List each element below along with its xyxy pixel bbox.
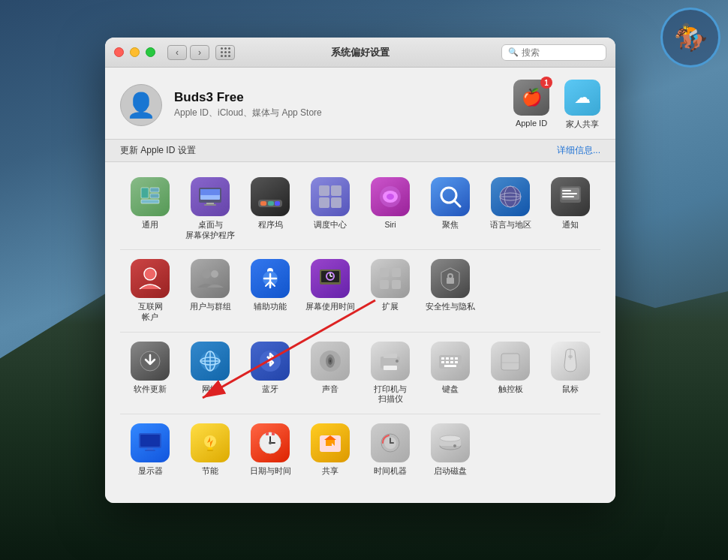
- svg-point-31: [144, 268, 156, 280]
- app-icon-item-0-1[interactable]: 桌面与 屏幕保护程序: [180, 174, 240, 243]
- svg-rect-15: [319, 197, 329, 208]
- app-icon-label-1-1: 用户与群组: [190, 302, 231, 312]
- svg-rect-3: [141, 200, 159, 203]
- app-icon-item-3-4[interactable]: 时间机器: [360, 420, 420, 480]
- app-icon-item-2-4[interactable]: 打印机与 扫描仪: [360, 339, 420, 408]
- search-icon: 🔍: [508, 47, 519, 57]
- apple-id-button[interactable]: 🍎 1 Apple ID: [513, 80, 549, 128]
- svg-rect-30: [562, 196, 574, 197]
- app-icon-item-1-3[interactable]: 屏幕使用时间: [300, 256, 360, 325]
- update-text: 更新 Apple ID 设置: [120, 144, 196, 157]
- app-icon-label-0-5: 聚焦: [442, 220, 459, 230]
- app-icon-item-2-0[interactable]: 软件更新: [120, 339, 180, 408]
- profile-section: 👤 Buds3 Free Apple ID、iCloud、媒体与 App Sto…: [105, 68, 615, 139]
- svg-rect-8: [204, 204, 216, 206]
- icon-row-2: 软件更新网络蓝牙声音打印机与 扫描仪键盘触控板鼠标: [120, 339, 600, 414]
- app-icon-item-1-5[interactable]: 安全性与隐私: [420, 256, 480, 325]
- svg-rect-70: [455, 357, 458, 360]
- svg-rect-48: [392, 280, 401, 289]
- svg-rect-46: [392, 268, 401, 277]
- svg-line-21: [454, 200, 460, 206]
- details-link[interactable]: 详细信息...: [557, 144, 600, 157]
- grid-view-button[interactable]: [215, 45, 235, 60]
- search-box[interactable]: 🔍: [501, 44, 606, 61]
- app-icon-item-0-0[interactable]: 通用: [120, 174, 180, 243]
- app-icon-item-3-5[interactable]: 启动磁盘: [420, 420, 480, 480]
- back-button[interactable]: ‹: [167, 45, 187, 60]
- app-icon-item-3-3[interactable]: 共享: [300, 420, 360, 480]
- app-icon-box-2-0: [131, 342, 170, 381]
- forward-button[interactable]: ›: [190, 45, 209, 60]
- app-icon-item-1-0[interactable]: 互联网 帐户: [120, 256, 180, 325]
- app-icon-item-0-6[interactable]: 语言与地区: [480, 174, 540, 243]
- svg-rect-29: [562, 193, 577, 194]
- app-icon-item-3-0[interactable]: 显示器: [120, 420, 180, 480]
- apple-id-icon-box: 🍎 1: [513, 80, 549, 116]
- profile-info: Buds3 Free Apple ID、iCloud、媒体与 App Store: [174, 90, 501, 119]
- app-icon-item-1-1[interactable]: 用户与群组: [180, 256, 240, 325]
- app-icon-item-1-2[interactable]: 辅助功能: [240, 256, 300, 325]
- app-icon-box-1-5: [431, 259, 470, 298]
- app-icon-box-0-7: [551, 177, 590, 216]
- app-icon-item-2-6[interactable]: 触控板: [480, 339, 540, 408]
- svg-rect-47: [380, 280, 389, 289]
- family-share-button[interactable]: ☁ 家人共享: [564, 80, 600, 130]
- profile-subtitle: Apple ID、iCloud、媒体与 App Store: [174, 107, 501, 119]
- app-icon-item-0-7[interactable]: 通知: [540, 174, 600, 243]
- svg-point-32: [202, 269, 211, 278]
- app-icon-item-2-1[interactable]: 网络: [180, 339, 240, 408]
- svg-rect-91: [266, 432, 269, 435]
- app-icon-label-1-3: 屏幕使用时间: [305, 302, 355, 312]
- svg-point-19: [387, 194, 394, 200]
- minimize-button[interactable]: [130, 47, 140, 57]
- svg-rect-0: [141, 188, 149, 198]
- app-icon-item-3-1[interactable]: 节能: [180, 420, 240, 480]
- app-icon-item-0-2[interactable]: 程序坞: [240, 174, 300, 243]
- svg-rect-1: [150, 188, 159, 192]
- app-icon-item-0-5[interactable]: 聚焦: [420, 174, 480, 243]
- svg-rect-68: [446, 357, 449, 360]
- app-icon-label-1-0: 互联网 帐户: [138, 302, 163, 322]
- app-icon-box-2-6: [491, 342, 530, 381]
- app-icon-label-0-7: 通知: [562, 220, 579, 230]
- app-icon-label-3-5: 启动磁盘: [434, 466, 467, 477]
- svg-rect-75: [444, 365, 456, 367]
- nav-buttons: ‹ ›: [167, 45, 209, 60]
- app-icon-label-2-0: 软件更新: [134, 384, 167, 395]
- system-preferences-window: ‹ › 系统偏好设置 🔍 👤 Buds3 Free Apple ID、iClou…: [105, 38, 615, 503]
- family-share-label: 家人共享: [566, 119, 599, 130]
- app-icon-box-0-1: [191, 177, 230, 216]
- icon-row-3: 显示器节能日期与时间共享时间机器启动磁盘: [120, 420, 600, 486]
- app-icon-item-3-2[interactable]: 日期与时间: [240, 420, 300, 480]
- app-icon-label-0-2: 程序坞: [258, 220, 283, 230]
- app-icon-box-2-7: [551, 342, 590, 381]
- app-icon-label-2-1: 网络: [202, 384, 218, 395]
- app-icon-label-3-3: 共享: [322, 466, 338, 477]
- app-icon-label-1-5: 安全性与隐私: [426, 302, 475, 312]
- app-icon-box-0-4: [371, 177, 410, 216]
- app-icon-box-3-4: [371, 423, 410, 462]
- close-button[interactable]: [114, 47, 124, 57]
- svg-rect-63: [384, 354, 397, 358]
- svg-rect-71: [441, 361, 444, 363]
- app-icon-label-0-0: 通用: [142, 220, 158, 230]
- svg-rect-12: [275, 201, 280, 206]
- search-input[interactable]: [522, 47, 600, 58]
- svg-rect-13: [319, 185, 329, 196]
- app-icon-item-2-5[interactable]: 键盘: [420, 339, 480, 408]
- app-icon-item-0-3[interactable]: 调度中心: [300, 174, 360, 243]
- app-icon-item-2-7[interactable]: 鼠标: [540, 339, 600, 408]
- svg-rect-73: [450, 361, 453, 363]
- app-icon-box-3-2: [251, 423, 290, 462]
- app-icon-item-2-3[interactable]: 声音: [300, 339, 360, 408]
- app-icon-item-0-4[interactable]: Siri: [360, 174, 420, 243]
- app-icon-item-2-2[interactable]: 蓝牙: [240, 339, 300, 408]
- family-share-icon: ☁: [574, 88, 591, 107]
- app-icon-box-1-3: [311, 259, 350, 298]
- svg-point-100: [440, 435, 461, 441]
- update-bar: 更新 Apple ID 设置 详细信息...: [105, 139, 615, 162]
- app-icon-box-2-2: [251, 342, 290, 381]
- fullscreen-button[interactable]: [146, 47, 155, 57]
- svg-rect-11: [268, 201, 274, 206]
- app-icon-item-1-4[interactable]: 扩展: [360, 256, 420, 325]
